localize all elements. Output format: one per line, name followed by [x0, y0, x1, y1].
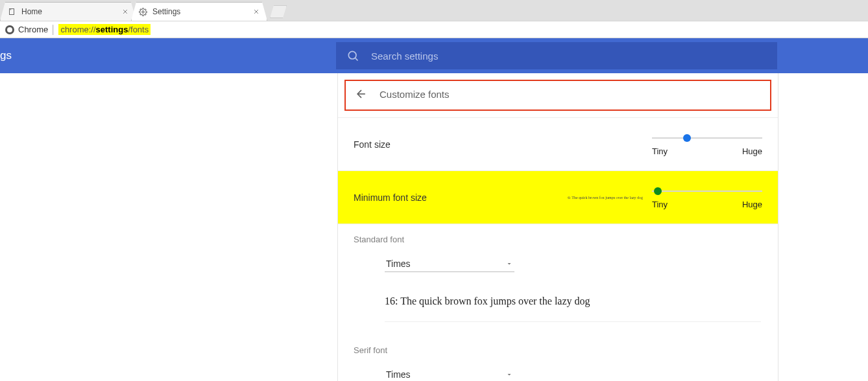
- serif-font-section: Serif font Times: [338, 335, 778, 381]
- chevron-down-icon: [505, 260, 513, 268]
- tab-title: Home: [21, 7, 121, 16]
- search-icon: [346, 49, 359, 62]
- gear-icon: [138, 7, 147, 16]
- dropdown-value: Times: [386, 369, 505, 380]
- standard-font-label: Standard font: [354, 235, 762, 244]
- font-size-label: Font size: [354, 139, 652, 150]
- tab-title: Settings: [152, 7, 252, 16]
- standard-font-sample: 16: The quick brown fox jumps over the l…: [385, 292, 761, 322]
- omnibox-origin: Chrome: [18, 25, 48, 34]
- chrome-icon: [5, 25, 14, 34]
- svg-point-1: [141, 10, 143, 12]
- slider-max-label: Huge: [742, 146, 762, 156]
- minimum-font-size-slider[interactable]: [652, 185, 762, 197]
- page-body: Customize fonts Font size Tiny Huge Mini…: [0, 73, 868, 381]
- chevron-down-icon: [505, 371, 513, 378]
- standard-font-dropdown[interactable]: Times: [385, 256, 514, 272]
- svg-point-2: [348, 51, 356, 59]
- omnibox-url[interactable]: chrome://settings/fonts: [58, 24, 151, 35]
- serif-font-label: Serif font: [354, 345, 762, 355]
- font-size-row: Font size Tiny Huge: [338, 117, 778, 171]
- new-tab-button[interactable]: [270, 5, 287, 18]
- slider-min-label: Tiny: [652, 200, 668, 209]
- settings-header: gs: [0, 38, 868, 73]
- subheader-title: Customize fonts: [380, 89, 450, 100]
- search-input[interactable]: [371, 51, 767, 62]
- slider-min-label: Tiny: [652, 146, 668, 156]
- standard-font-section: Standard font Times 16: The quick brown …: [338, 224, 778, 335]
- font-size-slider[interactable]: [652, 132, 762, 144]
- tab-close-icon[interactable]: [252, 8, 260, 16]
- settings-panel: Customize fonts Font size Tiny Huge Mini…: [337, 73, 778, 381]
- back-arrow-icon[interactable]: [355, 87, 368, 100]
- serif-font-dropdown[interactable]: Times: [385, 367, 514, 381]
- slider-max-label: Huge: [742, 200, 762, 209]
- browser-tab-strip: Home Settings: [0, 0, 868, 21]
- settings-heading-fragment: gs: [0, 49, 13, 62]
- tab-home[interactable]: Home: [0, 2, 136, 21]
- tab-close-icon[interactable]: [121, 8, 129, 16]
- search-settings-box[interactable]: [336, 42, 777, 69]
- minimum-font-size-sample: 6: The quick brown fox jumps over the la…: [568, 196, 643, 200]
- minimum-font-size-row: Minimum font size 6: The quick brown fox…: [338, 171, 778, 224]
- tab-settings[interactable]: Settings: [131, 2, 267, 21]
- omnibox-row: Chrome │ chrome://settings/fonts: [0, 21, 868, 38]
- customize-fonts-header: Customize fonts: [344, 80, 771, 111]
- minimum-font-size-label: Minimum font size: [354, 192, 568, 203]
- dropdown-value: Times: [386, 259, 505, 269]
- svg-rect-0: [10, 9, 14, 15]
- tab-favicon: [7, 7, 16, 16]
